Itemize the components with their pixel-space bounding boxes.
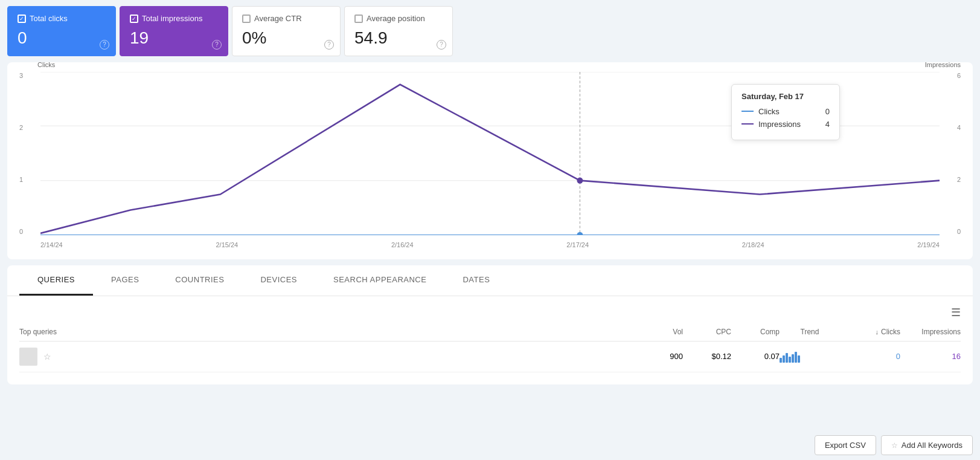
total-clicks-card[interactable]: Total clicks 0 ? [7,6,116,56]
total-clicks-help-icon[interactable]: ? [100,40,109,50]
table-row: ☆ 900 $0.12 0.07 0 16 [19,342,961,372]
col-header-trend: Trend [780,328,840,336]
chart-y-right-title: Impressions [925,61,961,68]
tooltip-impressions-label: Impressions [758,120,821,129]
col-header-impressions: Impressions [900,328,961,336]
total-impressions-header: Total impressions [130,14,218,23]
avg-ctr-value: 0% [242,28,330,48]
trend-bar-2 [783,355,785,363]
col-header-comp: Comp [731,328,780,336]
tooltip-impressions-line [741,123,754,125]
clicks-dot [577,232,583,235]
total-impressions-value: 19 [130,28,218,48]
row-comp: 0.07 [731,352,780,361]
y-left-3: 3 [19,72,37,79]
tab-search-appearance[interactable]: SEARCH APPEARANCE [315,265,444,296]
avg-position-checkbox[interactable] [354,15,363,23]
trend-bars [780,351,840,363]
col-header-query: Top queries [19,328,635,336]
tab-countries[interactable]: COUNTRIES [157,265,242,296]
x-label-2: 2/16/24 [391,241,414,253]
tooltip-clicks-line [741,111,754,112]
trend-bar-6 [795,352,797,363]
col-header-clicks[interactable]: ↓ Clicks [840,328,900,336]
col-header-vol: Vol [635,328,683,336]
impressions-dot [577,177,583,183]
add-keywords-star-icon: ☆ [891,441,898,450]
avg-ctr-checkbox[interactable] [242,15,251,23]
row-trend [780,351,840,363]
tab-devices[interactable]: DEVICES [242,265,315,296]
query-cell: ☆ [19,348,635,366]
total-clicks-value: 0 [18,28,106,48]
y-left-1: 1 [19,176,37,183]
tabs-section: QUERIES PAGES COUNTRIES DEVICES SEARCH A… [7,265,973,296]
col-header-cpc: CPC [683,328,731,336]
tab-queries[interactable]: QUERIES [19,265,93,296]
tooltip-clicks-val: 0 [825,107,830,116]
avg-ctr-label: Average CTR [254,14,302,23]
tooltip-clicks-label: Clicks [758,107,821,116]
total-impressions-help-icon[interactable]: ? [212,40,222,50]
trend-bar-4 [789,357,791,363]
total-impressions-label: Total impressions [142,14,202,23]
y-right-6: 6 [957,72,961,79]
avg-position-label: Average position [367,14,425,23]
chart-y-left-title: Clicks [37,61,55,68]
tabs-row: QUERIES PAGES COUNTRIES DEVICES SEARCH A… [7,265,973,296]
y-left-0: 0 [19,228,37,235]
x-label-4: 2/18/24 [742,241,764,253]
total-impressions-card[interactable]: Total impressions 19 ? [120,6,228,56]
tooltip-date: Saturday, Feb 17 [741,92,830,101]
trend-bar-1 [780,358,782,363]
avg-ctr-help-icon[interactable]: ? [324,40,334,50]
row-clicks: 0 [840,352,900,361]
trend-bar-5 [792,354,794,363]
tooltip-clicks-row: Clicks 0 [741,107,830,116]
avg-position-header: Average position [354,14,443,23]
chart-tooltip: Saturday, Feb 17 Clicks 0 Impressions 4 [731,84,840,140]
x-label-5: 2/19/24 [917,241,940,253]
x-label-3: 2/17/24 [566,241,589,253]
trend-bar-7 [798,355,800,363]
metrics-bar: Total clicks 0 ? Total impressions 19 ? … [0,0,980,56]
total-clicks-header: Total clicks [18,14,106,23]
table-header: Top queries Vol CPC Comp Trend ↓ Clicks … [19,323,961,342]
x-axis-labels: 2/14/24 2/15/24 2/16/24 2/17/24 2/18/24 … [40,241,940,253]
y-axis-right: 6 4 2 0 [943,72,961,235]
avg-ctr-card[interactable]: Average CTR 0% ? [232,6,341,56]
clicks-sort-arrow: ↓ [876,328,879,335]
chart-area: Clicks Impressions 3 2 1 0 6 4 2 0 [19,72,961,253]
chart-container: Clicks Impressions 3 2 1 0 6 4 2 0 [7,62,973,259]
avg-ctr-header: Average CTR [242,14,330,23]
table-section: ☰ Top queries Vol CPC Comp Trend ↓ Click… [7,296,973,384]
y-axis-left: 3 2 1 0 [19,72,37,235]
avg-position-help-icon[interactable]: ? [437,40,446,50]
export-csv-button[interactable]: Export CSV [815,435,876,455]
x-label-0: 2/14/24 [40,241,63,253]
query-star-icon[interactable]: ☆ [43,352,51,361]
total-impressions-checkbox[interactable] [130,15,138,23]
total-clicks-checkbox[interactable] [18,15,26,23]
y-right-4: 4 [957,124,961,131]
add-all-keywords-button[interactable]: ☆ Add All Keywords [881,435,973,455]
y-right-0: 0 [957,228,961,235]
tab-pages[interactable]: PAGES [93,265,157,296]
filter-icon-row: ☰ [19,302,961,323]
row-vol: 900 [635,352,683,361]
bottom-actions: Export CSV ☆ Add All Keywords [807,430,980,460]
col-header-query-label: Top queries [19,328,57,336]
tab-dates[interactable]: DATES [444,265,508,296]
row-cpc: $0.12 [683,352,731,361]
avg-position-value: 54.9 [354,28,443,48]
tooltip-impressions-row: Impressions 4 [741,120,830,129]
x-label-1: 2/15/24 [216,241,238,253]
query-thumbnail [19,348,37,366]
row-impressions: 16 [900,352,961,361]
avg-position-card[interactable]: Average position 54.9 ? [344,6,453,56]
y-left-2: 2 [19,124,37,131]
total-clicks-label: Total clicks [30,14,68,23]
trend-bar-3 [786,353,788,363]
y-right-2: 2 [957,176,961,183]
filter-icon[interactable]: ☰ [951,306,961,319]
